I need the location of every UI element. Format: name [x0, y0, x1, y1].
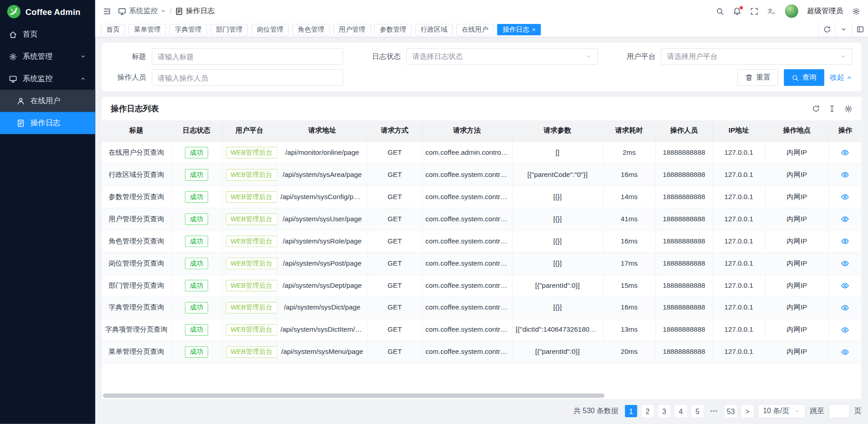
user-name[interactable]: 超级管理员	[807, 6, 843, 16]
logo-icon	[7, 5, 21, 19]
search-icon[interactable]	[716, 7, 724, 15]
tab-label: 字典管理	[175, 24, 202, 34]
page-size-select[interactable]: 10 条/页	[758, 404, 806, 419]
log-list-card-header: 操作日志列表	[102, 97, 861, 120]
tab-item[interactable]: 首页	[101, 24, 125, 35]
reset-button[interactable]: 重置	[737, 69, 778, 86]
select-placeholder: 请选择日志状态	[412, 52, 585, 62]
operator-input[interactable]	[158, 73, 337, 81]
avatar[interactable]	[785, 5, 798, 18]
tab-item[interactable]: 字典管理	[170, 24, 207, 35]
menu-fold-icon[interactable]	[103, 7, 111, 15]
page-button[interactable]: 53	[725, 405, 737, 417]
horizontal-scrollbar[interactable]	[103, 393, 604, 398]
view-detail-eye-icon[interactable]	[841, 237, 849, 245]
table-row: 在线用户分页查询成功WEB管理后台/api/monitor/online/pag…	[102, 141, 861, 163]
query-button[interactable]: 查询	[784, 69, 824, 86]
view-detail-eye-icon[interactable]	[841, 304, 849, 312]
view-detail-eye-icon[interactable]	[841, 348, 849, 356]
sidebar-item-system-management[interactable]: 系统管理	[0, 45, 95, 67]
view-detail-eye-icon[interactable]	[841, 193, 849, 201]
tab-item[interactable]: 在线用户	[456, 24, 494, 35]
view-detail-eye-icon[interactable]	[841, 215, 849, 223]
collapse-filters-link[interactable]: 收起	[830, 72, 853, 82]
page-button[interactable]: 1	[625, 405, 637, 417]
tab-item[interactable]: 部门管理	[210, 24, 248, 35]
title-input[interactable]	[158, 52, 337, 61]
tab-item[interactable]: 操作日志×	[497, 24, 541, 35]
next-page-button[interactable]: >	[741, 405, 754, 417]
page-button[interactable]: 3	[658, 405, 670, 417]
breadcrumb-label: 操作日志	[186, 6, 215, 16]
sidebar-item-online-users[interactable]: 在线用户	[0, 90, 95, 112]
view-detail-eye-icon[interactable]	[841, 326, 849, 334]
cell-actions	[829, 230, 861, 252]
page-button[interactable]: 5	[691, 405, 703, 417]
viewport: Coffee Admin 首页 系统管理 系统监控 在线用户	[0, 0, 868, 424]
cell-duration: 16ms	[603, 230, 655, 252]
app-logo[interactable]: Coffee Admin	[0, 0, 95, 23]
settings-gear-icon[interactable]	[852, 7, 860, 15]
tab-layout-expand-icon[interactable]	[851, 22, 868, 37]
cell-ip: 127.0.0.1	[712, 208, 765, 230]
monitor-icon	[118, 7, 126, 15]
page-button[interactable]: 4	[675, 405, 687, 417]
platform-tag: WEB管理后台	[226, 324, 277, 336]
jump-suffix-label: 页	[854, 406, 861, 416]
breadcrumb-item-system-monitor[interactable]: 系统监控	[118, 6, 166, 16]
cell-duration: 20ms	[603, 341, 655, 363]
cell-operator: 18888888888	[656, 296, 712, 319]
sidebar-item-operation-log[interactable]: 操作日志	[0, 112, 95, 134]
table-row: 部门管理分页查询成功WEB管理后台/api/system/sysDept/pag…	[102, 274, 861, 296]
user-platform-select[interactable]: 请选择用户平台	[661, 48, 853, 65]
view-detail-eye-icon[interactable]	[841, 259, 849, 267]
jump-page-input[interactable]	[829, 404, 850, 419]
breadcrumb: 系统监控 / 操作日志	[118, 6, 215, 16]
cell-method: GET	[368, 230, 422, 252]
tab-item[interactable]: 行政区域	[415, 24, 453, 35]
sidebar-item-label: 首页	[23, 29, 38, 39]
cell-params: [{"dictId":140647326180950...	[512, 319, 603, 341]
page-button[interactable]: 2	[642, 405, 654, 417]
tab-item[interactable]: 参数管理	[374, 24, 412, 35]
tab-label: 首页	[106, 24, 119, 34]
column-settings-gear-icon[interactable]	[844, 105, 852, 113]
view-detail-eye-icon[interactable]	[841, 171, 849, 179]
cell-location: 内网IP	[765, 163, 829, 186]
notification-bell-icon[interactable]	[733, 7, 741, 15]
sidebar-item-system-monitor[interactable]: 系统监控	[0, 67, 95, 90]
cell-duration: 13ms	[603, 319, 655, 341]
cell-actions	[829, 274, 861, 296]
platform-tag: WEB管理后台	[226, 213, 277, 225]
cell-operator: 18888888888	[656, 319, 712, 341]
cell-func: com.coffee.admin.controller...	[422, 141, 512, 163]
breadcrumb-separator: /	[170, 7, 171, 15]
tab-item[interactable]: 用户管理	[333, 24, 371, 35]
cell-actions	[829, 186, 861, 208]
column-header: 用户平台	[222, 120, 277, 142]
view-detail-eye-icon[interactable]	[841, 148, 849, 157]
tab-item[interactable]: 岗位管理	[251, 24, 289, 35]
tab-close-icon[interactable]: ×	[532, 26, 536, 32]
fullscreen-icon[interactable]	[750, 7, 758, 15]
row-density-icon[interactable]	[828, 105, 836, 112]
jump-prefix-label: 跳至	[810, 406, 824, 416]
refresh-icon[interactable]	[812, 105, 820, 112]
cell-actions	[829, 252, 861, 274]
tab-refresh-icon[interactable]	[818, 22, 835, 37]
page-list: 12345•••53	[625, 405, 737, 417]
cell-duration: 16ms	[603, 296, 655, 319]
cell-status: 成功	[171, 208, 222, 230]
tab-dropdown-chevron-icon[interactable]	[835, 22, 852, 37]
column-header: 标题	[102, 120, 171, 142]
tab-item[interactable]: 菜单管理	[128, 24, 166, 35]
tab-item[interactable]: 角色管理	[292, 24, 330, 35]
cell-status: 成功	[171, 252, 222, 274]
collapse-label: 收起	[830, 72, 844, 82]
log-status-select[interactable]: 请选择日志状态	[406, 48, 598, 65]
sidebar-item-home[interactable]: 首页	[0, 23, 95, 45]
column-header: IP地址	[712, 120, 765, 142]
chevron-down-icon	[80, 53, 86, 60]
translate-icon[interactable]: 文A	[767, 7, 776, 16]
view-detail-eye-icon[interactable]	[841, 281, 849, 290]
